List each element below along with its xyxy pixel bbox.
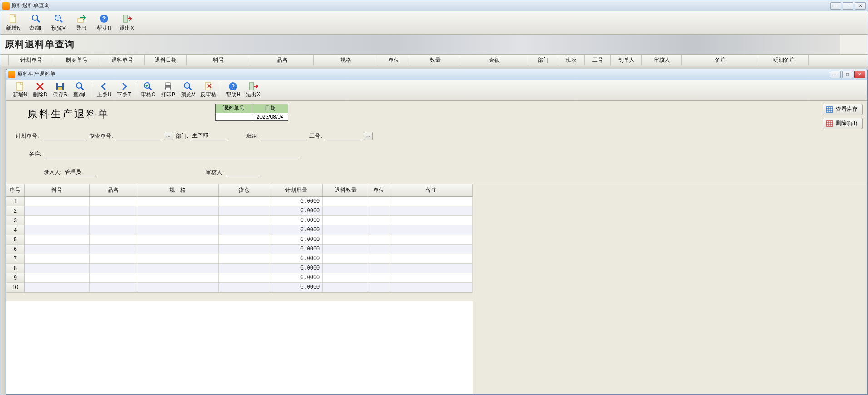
cell-plan[interactable]: 0.0000	[269, 216, 323, 225]
cell-unit[interactable]	[368, 206, 389, 215]
cell-unit[interactable]	[368, 273, 389, 282]
print-button[interactable]: 打印P	[159, 81, 177, 100]
maximize-button[interactable]: □	[843, 2, 853, 10]
query-button[interactable]: 查询L	[26, 12, 46, 33]
cell-remark[interactable]	[389, 197, 473, 206]
cell-qty[interactable]	[323, 206, 368, 215]
cell-name[interactable]	[90, 283, 137, 292]
order-no-picker[interactable]: …	[164, 132, 173, 140]
inner-close-button[interactable]: ✕	[854, 71, 865, 78]
cell-qty[interactable]	[323, 264, 368, 273]
cell-plan[interactable]: 0.0000	[269, 254, 323, 263]
cell-wh[interactable]	[219, 225, 270, 235]
save-button[interactable]: 保存S	[51, 81, 69, 100]
detail-column-header-unit[interactable]: 单位	[368, 184, 389, 196]
cell-plan[interactable]: 0.0000	[269, 206, 323, 215]
detail-column-header-spec[interactable]: 规 格	[137, 184, 219, 196]
cell-plan[interactable]: 0.0000	[269, 235, 323, 244]
cell-name[interactable]	[90, 216, 137, 225]
column-header[interactable]: 料号	[187, 55, 250, 66]
mini-value-date[interactable]: 2023/08/04	[252, 113, 288, 121]
cell-spec[interactable]	[137, 245, 219, 254]
dept-input[interactable]	[191, 132, 227, 140]
cell-qty[interactable]	[323, 197, 368, 206]
cell-wh[interactable]	[219, 206, 270, 215]
approver-input[interactable]	[227, 168, 258, 176]
detail-column-header-qty[interactable]: 退料数量	[323, 184, 368, 196]
cell-unit[interactable]	[368, 254, 389, 263]
prev-button[interactable]: 上条U	[95, 81, 113, 100]
cell-qty[interactable]	[323, 216, 368, 225]
new-button[interactable]: 新增N	[3, 12, 23, 33]
cell-wh[interactable]	[219, 197, 270, 206]
column-header[interactable]: 数量	[410, 55, 460, 66]
cell-remark[interactable]	[389, 235, 473, 244]
cell-spec[interactable]	[137, 235, 219, 244]
cell-spec[interactable]	[137, 225, 219, 235]
new-button[interactable]: 新增N	[11, 81, 29, 100]
table-row[interactable]: 30.0000	[6, 216, 473, 225]
audit-button[interactable]: 审核C	[139, 81, 157, 100]
cell-remark[interactable]	[389, 254, 473, 263]
cell-qty[interactable]	[323, 235, 368, 244]
detail-column-header-wh[interactable]: 货仓	[219, 184, 270, 196]
exit-button[interactable]: 退出X	[117, 12, 137, 33]
cell-qty[interactable]	[323, 254, 368, 263]
cell-qty[interactable]	[323, 273, 368, 282]
minimize-button[interactable]: —	[830, 2, 841, 10]
cell-plan[interactable]: 0.0000	[269, 273, 323, 282]
cell-wh[interactable]	[219, 216, 270, 225]
close-button[interactable]: ✕	[855, 2, 866, 10]
next-button[interactable]: 下条T	[115, 81, 133, 100]
cell-plan[interactable]: 0.0000	[269, 225, 323, 235]
query-button[interactable]: 查询L	[71, 81, 89, 100]
cell-name[interactable]	[90, 206, 137, 215]
table-row[interactable]: 40.0000	[6, 225, 473, 235]
mini-value-docno[interactable]	[216, 113, 252, 121]
detail-column-header-name[interactable]: 品名	[90, 184, 137, 196]
cell-plan[interactable]: 0.0000	[269, 264, 323, 273]
inner-minimize-button[interactable]: —	[830, 71, 841, 78]
cell-unit[interactable]	[368, 264, 389, 273]
detail-column-header-remark[interactable]: 备注	[389, 184, 473, 196]
entry-input[interactable]	[64, 168, 96, 176]
column-header[interactable]: 审核人	[642, 55, 682, 66]
emp-picker[interactable]: …	[364, 132, 373, 140]
help-button[interactable]: ?帮助H	[94, 12, 114, 33]
cell-wh[interactable]	[219, 235, 270, 244]
table-row[interactable]: 70.0000	[6, 254, 473, 264]
remark-input[interactable]	[44, 150, 298, 158]
cell-plan[interactable]: 0.0000	[269, 283, 323, 292]
emp-input[interactable]	[325, 132, 361, 140]
cell-name[interactable]	[90, 273, 137, 282]
cell-spec[interactable]	[137, 206, 219, 215]
table-row[interactable]: 10.0000	[6, 197, 473, 206]
cell-spec[interactable]	[137, 283, 219, 292]
cell-wh[interactable]	[219, 283, 270, 292]
inner-maximize-button[interactable]: □	[842, 71, 853, 78]
preview-button[interactable]: 预览V	[179, 81, 197, 100]
column-header[interactable]: 部门	[528, 55, 558, 66]
cell-mat[interactable]	[25, 225, 90, 235]
cell-remark[interactable]	[389, 264, 473, 273]
cell-qty[interactable]	[323, 283, 368, 292]
shift-input[interactable]	[261, 132, 307, 140]
cell-name[interactable]	[90, 235, 137, 244]
plan-no-input[interactable]	[41, 132, 87, 140]
cell-mat[interactable]	[25, 235, 90, 244]
cell-unit[interactable]	[368, 235, 389, 244]
cell-mat[interactable]	[25, 254, 90, 263]
cell-mat[interactable]	[25, 273, 90, 282]
column-header[interactable]: 制令单号	[54, 55, 99, 66]
cell-wh[interactable]	[219, 254, 270, 263]
column-header[interactable]: 金额	[460, 55, 528, 66]
column-header[interactable]: 明细备注	[759, 55, 809, 66]
cell-remark[interactable]	[389, 273, 473, 282]
cell-wh[interactable]	[219, 245, 270, 254]
cell-name[interactable]	[90, 264, 137, 273]
column-header[interactable]: 制单人	[611, 55, 642, 66]
table-row[interactable]: 50.0000	[6, 235, 473, 245]
cell-unit[interactable]	[368, 197, 389, 206]
delete-item-button[interactable]: 删除项(I)	[823, 118, 863, 129]
column-header[interactable]: 工号	[585, 55, 611, 66]
